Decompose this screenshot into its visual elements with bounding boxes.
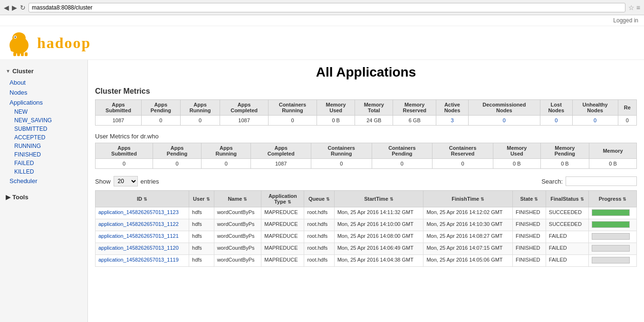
sidebar-item-scheduler[interactable]: Scheduler <box>0 176 87 186</box>
cell-id: application_1458262657013_1120 <box>96 243 189 255</box>
progress-bar-fill <box>592 222 629 227</box>
user-metrics-row: 0 0 0 1087 0 0 0 0 B 0 B 0 B <box>96 159 637 169</box>
sort-user-icon: ⇅ <box>206 197 210 202</box>
cell-finish-time: Mon, 25 Apr 2016 14:08:27 GMT <box>423 231 513 243</box>
cell-start-time: Mon, 25 Apr 2016 14:08:00 GMT <box>334 231 423 243</box>
back-button[interactable]: ◀ <box>4 4 9 11</box>
cell-progress <box>589 243 637 255</box>
unhealthy-nodes-link[interactable]: 0 <box>594 117 596 123</box>
sort-start-icon: ⇅ <box>390 197 394 202</box>
browser-icons: ☆ ≡ <box>628 4 640 11</box>
hadoop-logo: hadoop <box>5 29 91 57</box>
tools-label: Tools <box>12 194 29 201</box>
cell-state: FINISHED <box>513 207 546 219</box>
app-id-link[interactable]: application_1458262657013_1123 <box>98 209 179 215</box>
user-metrics-table: AppsSubmitted AppsPending AppsRunning Ap… <box>95 143 637 169</box>
val-decommissioned-nodes[interactable]: 0 <box>468 116 540 126</box>
val-apps-submitted: 1087 <box>96 116 142 126</box>
cell-queue: root.hdfs <box>304 243 334 255</box>
sidebar-item-submitted[interactable]: SUBMITTED <box>0 125 87 133</box>
cell-start-time: Mon, 25 Apr 2016 14:10:00 GMT <box>334 219 423 231</box>
cell-state: FINISHED <box>513 219 546 231</box>
decommissioned-nodes-link[interactable]: 0 <box>503 117 506 123</box>
sidebar-item-about[interactable]: About <box>0 78 87 88</box>
cell-user: hdfs <box>189 207 214 219</box>
ucol-containers-running: ContainersRunning <box>311 143 372 159</box>
table-row: application_1458262657013_1122 hdfs word… <box>96 219 637 231</box>
cluster-header[interactable]: ▼ Cluster <box>0 65 87 78</box>
val-active-nodes[interactable]: 3 <box>436 116 469 126</box>
th-name[interactable]: Name ⇅ <box>214 191 261 207</box>
svg-rect-7 <box>25 52 28 56</box>
sidebar-item-applications[interactable]: Applications <box>0 98 87 107</box>
val-re: 0 <box>618 116 636 126</box>
hadoop-elephant-icon <box>5 29 33 57</box>
cell-final-status: FAILED <box>546 231 588 243</box>
sidebar-item-failed[interactable]: FAILED <box>0 159 87 167</box>
sidebar-item-finished[interactable]: FINISHED <box>0 150 87 159</box>
lost-nodes-link[interactable]: 0 <box>555 117 557 123</box>
menu-icon: ≡ <box>636 4 640 11</box>
app-id-link[interactable]: application_1458262657013_1121 <box>98 233 179 239</box>
col-apps-completed: AppsCompleted <box>220 100 268 116</box>
cell-type: MAPREDUCE <box>261 207 304 219</box>
sidebar-item-new-saving[interactable]: NEW_SAVING <box>0 116 87 125</box>
cell-id: application_1458262657013_1119 <box>96 255 189 267</box>
app-id-link[interactable]: application_1458262657013_1119 <box>98 257 179 263</box>
refresh-button[interactable]: ↻ <box>20 4 26 11</box>
cluster-label: Cluster <box>12 68 34 75</box>
progress-bar-container <box>592 233 630 240</box>
th-final-status[interactable]: FinalStatus ⇅ <box>546 191 588 207</box>
cell-progress <box>589 207 637 219</box>
entries-select[interactable]: 10 20 50 100 <box>114 176 138 186</box>
val-unhealthy-nodes[interactable]: 0 <box>572 116 618 126</box>
th-state[interactable]: State ⇅ <box>513 191 546 207</box>
th-start-time[interactable]: StartTime ⇅ <box>334 191 423 207</box>
th-queue[interactable]: Queue ⇅ <box>304 191 334 207</box>
ucol-containers-reserved: ContainersReserved <box>433 143 493 159</box>
th-progress[interactable]: Progress ⇅ <box>589 191 637 207</box>
ucol-memory: Memory <box>589 143 636 159</box>
uval-apps-submitted: 0 <box>96 159 153 169</box>
cell-final-status: FAILED <box>546 255 588 267</box>
app-id-link[interactable]: application_1458262657013_1122 <box>98 221 179 227</box>
active-nodes-link[interactable]: 3 <box>451 117 453 123</box>
sort-queue-icon: ⇅ <box>326 197 330 202</box>
app-id-link[interactable]: application_1458262657013_1120 <box>98 245 179 251</box>
val-lost-nodes[interactable]: 0 <box>540 116 572 126</box>
sidebar-item-new[interactable]: NEW <box>0 107 87 116</box>
progress-bar-container <box>592 221 630 228</box>
sidebar-item-running[interactable]: RUNNING <box>0 142 87 150</box>
bookmark-icon: ☆ <box>628 4 634 11</box>
col-apps-running: AppsRunning <box>180 100 220 116</box>
th-user[interactable]: User ⇅ <box>189 191 214 207</box>
url-bar[interactable] <box>29 3 625 12</box>
cell-finish-time: Mon, 25 Apr 2016 14:10:30 GMT <box>423 219 513 231</box>
cell-name: wordCountByPs <box>214 243 261 255</box>
cluster-section: ▼ Cluster About Nodes Applications NEW N… <box>0 65 87 186</box>
cell-user: hdfs <box>189 243 214 255</box>
th-finish-time[interactable]: FinishTime ⇅ <box>423 191 513 207</box>
entries-label: entries <box>141 178 159 185</box>
progress-bar-container <box>592 209 630 216</box>
th-type[interactable]: ApplicationType ⇅ <box>261 191 304 207</box>
tools-header[interactable]: ▶ Tools <box>0 191 87 204</box>
cell-start-time: Mon, 25 Apr 2016 14:04:38 GMT <box>334 255 423 267</box>
search-input[interactable] <box>566 176 637 186</box>
uval-apps-running: 0 <box>202 159 251 169</box>
cell-type: MAPREDUCE <box>261 255 304 267</box>
cluster-metrics-table: AppsSubmitted AppsPending AppsRunning Ap… <box>95 99 637 126</box>
sidebar-item-killed[interactable]: KILLED <box>0 167 87 176</box>
col-memory-used: MemoryUsed <box>317 100 355 116</box>
sidebar-item-nodes[interactable]: Nodes <box>0 88 87 98</box>
header-bar: hadoop <box>0 26 644 60</box>
show-label: Show <box>95 178 111 185</box>
col-lost-nodes: LostNodes <box>540 100 572 116</box>
sidebar-item-accepted[interactable]: ACCEPTED <box>0 133 87 142</box>
svg-rect-6 <box>21 52 24 56</box>
th-id[interactable]: ID ⇅ <box>96 191 189 207</box>
forward-button[interactable]: ▶ <box>12 4 17 11</box>
cell-progress <box>589 255 637 267</box>
cell-finish-time: Mon, 25 Apr 2016 14:07:15 GMT <box>423 243 513 255</box>
cell-finish-time: Mon, 25 Apr 2016 14:05:06 GMT <box>423 255 513 267</box>
